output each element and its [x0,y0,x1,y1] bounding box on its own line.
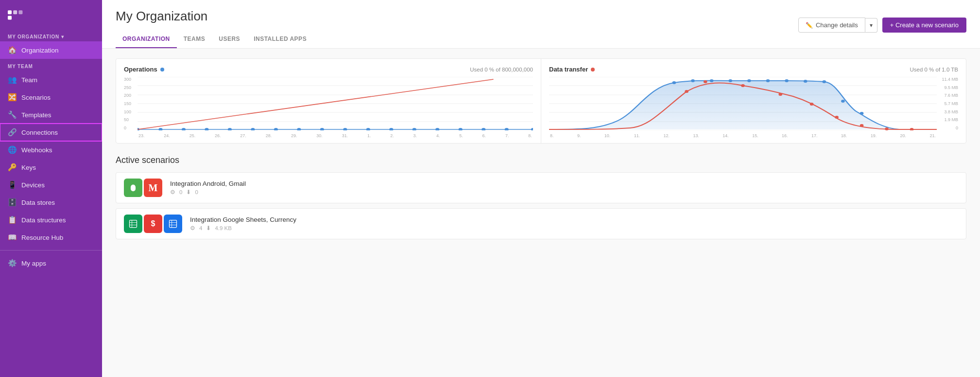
tab-users[interactable]: USERS [212,31,247,48]
svg-point-41 [747,79,751,82]
org-section-label: MY ORGANIZATION ▾ [0,29,102,41]
sidebar-item-label: Keys [21,164,36,171]
organization-icon: 🏠 [8,46,17,54]
sidebar-item-label: Scenarios [21,94,51,101]
change-details-caret-button[interactable]: ▾ [865,18,877,33]
svg-point-28 [531,128,533,130]
charts-row: Operations Used 0 % of 800,000,000 300 2… [116,58,966,144]
scenario-item[interactable]: M Integration Android, Gmail ⚙ 0 ⬇ 0 [116,172,966,203]
operations-svg [138,77,533,130]
data-transfer-y-axis: 11.4 MB 9.5 MB 7.6 MB 5.7 MB 3.8 MB 1.9 … [937,77,958,130]
scenario-1-data: 0 [195,189,198,195]
svg-point-40 [728,79,732,82]
svg-point-55 [885,127,889,130]
sidebar-item-my-apps[interactable]: ⚙️ My apps [0,254,102,272]
data-transfer-chart-body: 8. 9. 10. 11. 12. 13. 14. 15. 16. 17. 18… [549,77,958,138]
svg-point-27 [505,128,509,130]
scenario-1-meta: ⚙ 0 ⬇ 0 [170,189,958,196]
sidebar-item-label: Resource Hub [21,234,63,241]
currency-icon [164,215,182,233]
create-new-scenario-button[interactable]: + Create a new scenario [882,18,966,33]
svg-rect-63 [170,220,177,228]
sidebar-item-label: My apps [21,260,46,267]
operations-chart-area: 23. 24. 25. 26. 27. 28. 29. 30. 31. 1. 2… [138,77,533,138]
gmail-icon: M [144,179,162,197]
edit-icon: ✏️ [806,22,813,29]
tab-teams[interactable]: TEAMS [177,31,212,48]
tab-organization[interactable]: ORGANIZATION [116,31,177,48]
sidebar-item-keys[interactable]: 🔑 Keys [0,159,102,176]
scenario-item[interactable]: $ Integration Google Sheets, Currency ⚙ … [116,208,966,239]
operations-x-axis: 23. 24. 25. 26. 27. 28. 29. 30. 31. 1. 2… [138,133,533,138]
svg-point-21 [366,128,370,130]
data-transfer-svg [549,77,937,130]
svg-point-12 [158,128,162,130]
svg-point-50 [741,84,745,87]
active-scenarios-section: Active scenarios M Integration Android, … [116,155,966,239]
svg-point-45 [822,80,826,83]
sidebar-item-data-structures[interactable]: 📋 Data structures [0,211,102,229]
change-details-button[interactable]: ✏️ Change details [798,18,865,33]
sidebar-item-label: Webhooks [21,146,52,154]
svg-point-43 [785,79,789,82]
main-content: My Organization ORGANIZATION TEAMS USERS… [102,0,980,377]
svg-point-16 [251,128,255,130]
content-area: Operations Used 0 % of 800,000,000 300 2… [102,49,980,377]
sidebar-item-devices[interactable]: 📱 Devices [0,176,102,194]
header-left: My Organization ORGANIZATION TEAMS USERS… [116,9,313,48]
svg-rect-0 [8,10,12,14]
sidebar-item-data-stores[interactable]: 🗄️ Data stores [0,194,102,211]
sidebar-item-templates[interactable]: 🔧 Templates [0,106,102,124]
main-header: My Organization ORGANIZATION TEAMS USERS… [102,0,980,49]
svg-point-42 [766,79,770,82]
svg-point-37 [672,81,676,84]
scenario-1-ops-icon: ⚙ [170,189,175,196]
scenarios-icon: 🔀 [8,93,17,102]
sidebar-item-scenarios[interactable]: 🔀 Scenarios [0,89,102,106]
svg-point-52 [810,103,814,106]
sidebar-divider [0,250,102,251]
sidebar-item-connections[interactable]: 🔗 Connections [0,124,102,141]
my-apps-icon: ⚙️ [8,259,17,268]
svg-rect-1 [8,16,12,19]
svg-point-22 [389,128,393,130]
svg-point-19 [320,128,324,130]
sidebar-item-label: Data stores [21,199,55,206]
operations-chart-header: Operations Used 0 % of 800,000,000 [124,66,533,73]
svg-point-46 [841,100,845,103]
svg-point-48 [685,90,688,93]
scenario-2-meta: ⚙ 4 ⬇ 4.9 KB [190,225,958,232]
data-transfer-x-axis: 8. 9. 10. 11. 12. 13. 14. 15. 16. 17. 18… [549,133,937,138]
sidebar-item-webhooks[interactable]: 🌐 Webhooks [0,141,102,159]
android-svg [128,182,138,193]
svg-point-57 [132,187,133,188]
svg-point-58 [134,187,135,188]
sidebar-item-organization[interactable]: 🏠 Organization [0,41,102,59]
scenario-icons: M [124,179,162,197]
data-transfer-dot [591,68,595,72]
team-section-label: MY TEAM [0,59,102,71]
svg-line-29 [138,79,494,129]
svg-point-47 [860,112,864,115]
webhooks-icon: 🌐 [8,145,17,154]
sidebar-item-resource-hub[interactable]: 📖 Resource Hub [0,229,102,246]
sidebar-item-label: Devices [21,181,45,189]
svg-point-20 [343,128,347,130]
keys-icon: 🔑 [8,163,17,172]
data-stores-icon: 🗄️ [8,198,17,207]
operations-usage: Used 0 % of 800,000,000 [470,67,533,72]
sidebar-item-team[interactable]: 👥 Team [0,71,102,89]
scenario-1-data-icon: ⬇ [186,189,191,196]
devices-icon: 📱 [8,180,17,189]
tab-installed-apps[interactable]: INSTALLED APPS [247,31,313,48]
svg-point-14 [205,128,208,130]
svg-point-13 [182,128,186,130]
svg-point-44 [804,80,808,83]
svg-point-49 [704,80,707,83]
org-section-chevron: ▾ [61,34,64,39]
gsheets-icon [124,215,142,233]
svg-point-18 [297,128,301,130]
operations-y-axis: 300 250 200 150 100 50 0 [124,77,138,130]
svg-point-15 [228,128,232,130]
svg-point-24 [435,128,439,130]
